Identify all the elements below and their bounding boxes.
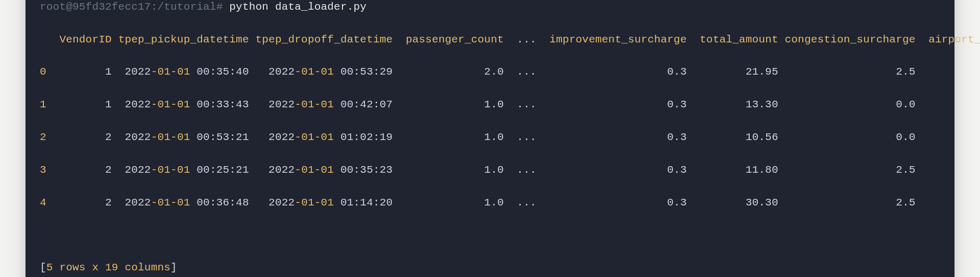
- blank-line: [40, 227, 940, 243]
- summary-line: [5 rows x 19 columns]: [40, 260, 940, 276]
- table-header: VendorID tpep_pickup_datetime tpep_dropo…: [40, 32, 940, 48]
- shell-prompt: root@95fd32fecc17:/tutorial#: [40, 1, 223, 13]
- terminal-window[interactable]: root@95fd32fecc17:/tutorial# python data…: [26, 0, 954, 277]
- prompt-line: root@95fd32fecc17:/tutorial# python data…: [40, 0, 940, 15]
- table-row: 1 1 2022-01-01 00:33:43 2022-01-01 00:42…: [40, 97, 940, 113]
- table-row: 2 2 2022-01-01 00:53:21 2022-01-01 01:02…: [40, 129, 940, 146]
- table-row: 0 1 2022-01-01 00:35:40 2022-01-01 00:53…: [40, 64, 940, 80]
- command-text: python data_loader.py: [229, 1, 366, 13]
- table-row: 3 2 2022-01-01 00:25:21 2022-01-01 00:35…: [40, 162, 940, 178]
- table-row: 4 2 2022-01-01 00:36:48 2022-01-01 01:14…: [40, 195, 940, 211]
